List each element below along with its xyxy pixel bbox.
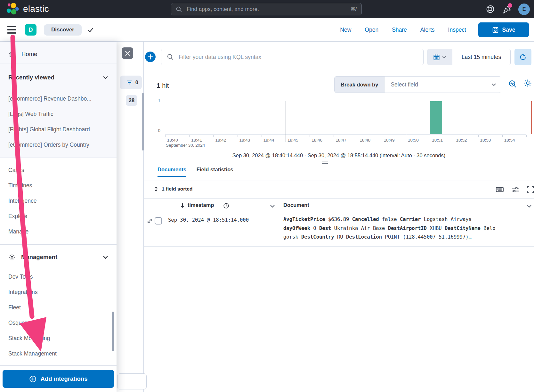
sidebar-item[interactable]: Manage [0,224,117,239]
sidebar-item[interactable]: Explore [0,208,117,224]
home-icon [8,50,16,58]
recently-viewed-item[interactable]: [eCommerce] Orders by Country [0,137,117,152]
nav-section-security: CasesTimelinesIntelligenceExploreManage [0,158,117,244]
chevron-down-icon [103,255,108,260]
x-axis-tick [165,135,166,137]
timestamp-column-menu[interactable] [270,204,275,209]
sidebar-item[interactable]: Intelligence [0,193,117,208]
elastic-logo[interactable]: elastic [6,2,49,16]
filter-count: 0 [135,79,138,86]
keyboard-icon[interactable] [496,185,504,194]
breakdown-select[interactable]: Break down by Select field [334,76,501,93]
toolbar-link[interactable]: Share [392,27,407,33]
fields-panel-scrollbar[interactable] [142,93,144,151]
sidebar-item[interactable]: Fleet [0,300,117,315]
header-actions: E [486,0,530,18]
x-axis-tick [189,135,190,137]
global-search-bar[interactable]: ⌘/ [171,3,362,15]
kql-query-input[interactable] [178,53,418,61]
sidebar-item[interactable]: Osquery [0,315,117,331]
histogram-plot[interactable]: 18:4018:4118:4218:4318:4418:4518:4618:47… [165,101,526,135]
kql-query-bar[interactable] [161,49,424,65]
x-axis-label: 18:54 [504,138,515,143]
global-search-input[interactable] [186,6,347,13]
histogram-bar[interactable] [430,101,442,134]
menu-icon[interactable] [7,26,16,34]
save-button[interactable]: Save [478,22,529,37]
toolbar-link[interactable]: Open [365,27,378,33]
field-search-input[interactable] [117,374,146,389]
tab-field-statistics[interactable]: Field statistics [197,167,233,177]
column-timestamp[interactable]: timestamp [188,202,214,208]
x-axis-tick [502,135,503,137]
sidebar-item-home[interactable]: Home [0,45,117,63]
sidebar-item[interactable]: Cases [0,162,117,178]
chart-resize-handle[interactable] [322,161,328,164]
nav-section-management: Management Dev ToolsIntegrationsFleetOsq… [0,245,117,365]
field-name: Carrier [400,216,421,222]
field-value: POINT (128.445007 51.169997)… [382,234,472,240]
recently-viewed-item[interactable]: [Logs] Web Traffic [0,106,117,122]
filter-by-type-pill[interactable]: 0 [120,76,142,89]
recently-viewed-item[interactable]: [Flights] Global Flight Dashboard [0,122,117,137]
avatar[interactable]: E [518,4,530,15]
add-filter-button[interactable] [145,52,156,62]
document-summary-line: AvgTicketPrice $636.89 Cancelled false C… [283,215,507,224]
sort-fields-button[interactable]: 1 field sorted [153,186,192,192]
whats-new-icon[interactable] [502,5,511,14]
sort-desc-icon [180,203,185,208]
nav-scrollbar[interactable] [112,312,114,351]
field-name: AvgTicketPrice [283,216,325,222]
app-toolbar: D Discover NewOpenShareAlertsInspect Sav… [0,18,534,42]
toolbar-link[interactable]: New [340,27,351,33]
discover-main: Last 15 minutes 1hit Break down by Selec… [143,42,534,392]
sliders-icon[interactable] [511,185,520,194]
nav-scroll-area: Home Recently viewed [eCommerce] Revenue… [0,42,117,365]
x-axis-tick [430,135,430,137]
insights-icon[interactable] [508,80,517,88]
x-axis-tick [310,135,310,137]
column-document[interactable]: Document [283,202,309,208]
gear-icon[interactable] [523,79,532,87]
check-icon[interactable] [87,26,94,33]
expand-icon[interactable] [147,218,153,224]
add-integrations-button[interactable]: Add integrations [3,370,114,388]
tab-documents[interactable]: Documents [158,167,186,177]
fullscreen-icon[interactable] [526,185,534,194]
sidebar-item[interactable]: Integrations [0,284,117,300]
field-search-box[interactable] [117,373,147,389]
search-icon [176,6,182,12]
sidebar-item[interactable]: Dev Tools [0,269,117,284]
document-column-menu[interactable] [527,204,532,209]
time-range-picker[interactable]: Last 15 minutes [427,49,511,65]
breadcrumb[interactable]: Discover [44,24,82,36]
app-badge[interactable]: D [25,24,36,36]
toolbar-link[interactable]: Alerts [420,27,435,33]
elastic-cluster-icon [6,2,19,16]
hits-count: 1hit [157,82,169,89]
calendar-button[interactable] [427,49,452,65]
section-title: Recently viewed [8,74,97,81]
sidebar-item[interactable]: Stack Management [0,346,117,361]
time-range-label[interactable]: Last 15 minutes [452,49,510,65]
row-checkbox[interactable] [155,217,162,225]
breakdown-value[interactable]: Select field [384,77,491,93]
sidebar-item[interactable]: Timelines [0,178,117,193]
table-row[interactable]: Sep 30, 2024 @ 18:51:14.000 AvgTicketPri… [144,213,534,247]
management-header[interactable]: Management [0,250,117,265]
recently-viewed-header[interactable]: Recently viewed [0,70,117,85]
y-axis-tick-1: 1 [153,98,160,103]
close-nav-button[interactable] [122,47,133,59]
brand-name: elastic [23,4,49,14]
breakdown-label: Break down by [335,77,384,93]
help-icon[interactable] [486,5,495,13]
plus-circle-icon [29,375,36,383]
recently-viewed-item[interactable]: [eCommerce] Revenue Dashbo... [0,91,117,106]
field-value: gorsk [283,234,301,240]
toolbar-link[interactable]: Inspect [448,27,466,33]
sidebar-item[interactable]: Stack Monitoring [0,331,117,346]
global-header: elastic ⌘/ E [0,0,534,18]
field-value: Logstash Airways [421,216,472,222]
field-value: false [379,216,400,222]
refresh-button[interactable] [514,49,531,65]
